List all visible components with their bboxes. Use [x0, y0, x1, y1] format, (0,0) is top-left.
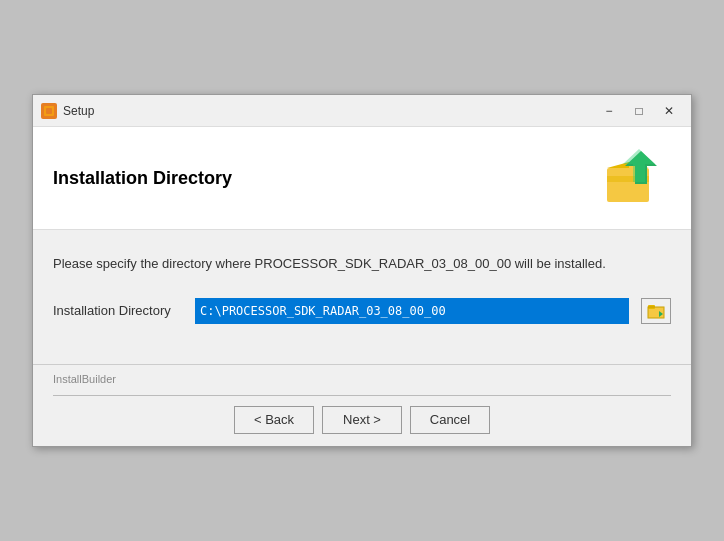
header-section: Installation Directory [33, 127, 691, 230]
window-title: Setup [63, 104, 595, 118]
next-button[interactable]: Next > [322, 406, 402, 434]
svg-rect-1 [46, 108, 52, 114]
maximize-button[interactable]: □ [625, 100, 653, 122]
package-icon [599, 146, 664, 211]
minimize-button[interactable]: − [595, 100, 623, 122]
back-button[interactable]: < Back [234, 406, 314, 434]
folder-icon [647, 302, 665, 320]
title-bar: Setup − □ ✕ [33, 95, 691, 127]
setup-window: Setup − □ ✕ Installation Directory [32, 94, 692, 447]
browse-button[interactable] [641, 298, 671, 324]
header-icon [591, 143, 671, 213]
window-controls: − □ ✕ [595, 100, 683, 122]
brand-label: InstallBuilder [53, 373, 671, 385]
directory-form-row: Installation Directory [53, 298, 671, 324]
footer-divider [53, 395, 671, 396]
directory-input[interactable] [195, 298, 629, 324]
content-section: Please specify the directory where PROCE… [33, 230, 691, 364]
cancel-button[interactable]: Cancel [410, 406, 490, 434]
app-icon [41, 103, 57, 119]
close-button[interactable]: ✕ [655, 100, 683, 122]
page-title: Installation Directory [53, 168, 232, 189]
directory-label: Installation Directory [53, 303, 183, 318]
footer-buttons: < Back Next > Cancel [53, 406, 671, 434]
footer-section: InstallBuilder < Back Next > Cancel [33, 364, 691, 446]
description-text: Please specify the directory where PROCE… [53, 254, 671, 274]
